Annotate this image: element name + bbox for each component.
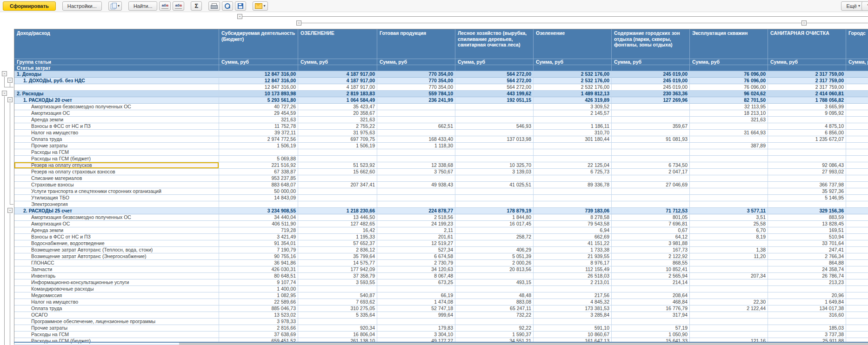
value-cell[interactable] [377, 201, 455, 208]
value-cell[interactable]: 1 195,33 [298, 234, 377, 240]
value-cell[interactable]: 37 638,69 [219, 332, 298, 338]
value-cell[interactable] [846, 279, 868, 286]
value-cell[interactable] [455, 130, 534, 136]
value-cell[interactable]: 739 183,06 [534, 208, 612, 214]
value-cell[interactable]: 173 381,53 [534, 305, 612, 312]
measure-header-cell[interactable]: Сумма, руб [377, 59, 455, 65]
value-cell[interactable]: 2 819 183,83 [298, 91, 377, 97]
value-cell[interactable]: 4 187 917,00 [298, 71, 377, 78]
row-label-cell[interactable]: Расходы на ГСМ [14, 332, 219, 338]
value-cell[interactable]: 22,30 [690, 299, 768, 305]
value-cell[interactable]: 89 336,78 [534, 182, 612, 188]
row-label-cell[interactable]: Возмещение затрат Автотранс (Энергоснабж… [14, 253, 219, 260]
value-cell[interactable]: 885 046,73 [219, 305, 298, 312]
value-cell[interactable]: 1 235 672,07 [768, 136, 846, 143]
header-empty-cell[interactable] [455, 65, 534, 71]
value-cell[interactable]: 697 709,75 [298, 136, 377, 143]
value-cell[interactable] [534, 117, 612, 123]
value-cell[interactable] [377, 117, 455, 123]
row-label-cell[interactable]: Амортизация безвозмездно полученных ОС [14, 104, 219, 110]
value-cell[interactable] [846, 149, 868, 156]
value-cell[interactable] [690, 175, 768, 182]
value-cell[interactable]: 7 693,62 [298, 299, 377, 305]
row-label-cell[interactable]: Налог на имущество [14, 299, 219, 305]
value-cell[interactable]: 1 649,84 [768, 299, 846, 305]
value-cell[interactable] [298, 286, 377, 292]
value-cell[interactable]: 953 237,85 [219, 175, 298, 182]
value-cell[interactable] [846, 227, 868, 234]
value-cell[interactable]: 3 750,67 [377, 169, 455, 175]
value-cell[interactable] [846, 169, 868, 175]
row-label-cell[interactable]: 1. ДОХОДЫ, руб. без НДС [14, 78, 219, 84]
value-cell[interactable]: 208,64 [612, 292, 690, 299]
value-cell[interactable] [377, 286, 455, 292]
value-cell[interactable] [690, 123, 768, 130]
column-header-cell[interactable]: Эксплуатация скважин [690, 29, 768, 59]
value-cell[interactable]: 2 532 176,00 [534, 78, 612, 84]
value-cell[interactable]: 468,84 [612, 299, 690, 305]
value-cell[interactable]: 27 046,69 [612, 182, 690, 188]
value-cell[interactable]: 406,29 [455, 247, 534, 253]
row-label-cell[interactable]: Взносы в ФСС от НС и ПЗ [14, 123, 219, 130]
value-cell[interactable]: 35 927,36 [768, 188, 846, 195]
row-label-cell[interactable]: Возмещение затрат Автотранс (Теплосн, во… [14, 247, 219, 253]
value-cell[interactable] [768, 117, 846, 123]
value-cell[interactable] [455, 286, 534, 292]
value-cell[interactable] [612, 149, 690, 156]
find-button[interactable]: Найти... [128, 1, 158, 11]
value-cell[interactable] [690, 136, 768, 143]
row-label-cell[interactable]: Прочие затраты [14, 325, 219, 332]
value-cell[interactable]: 359,67 [612, 123, 690, 130]
header-empty-cell[interactable] [612, 65, 690, 71]
value-cell[interactable] [846, 71, 868, 78]
row-label-cell[interactable]: ОСАГО [14, 312, 219, 318]
value-cell[interactable] [298, 149, 377, 156]
value-cell[interactable]: 64,12 [612, 234, 690, 240]
value-cell[interactable] [846, 266, 868, 273]
value-cell[interactable] [298, 318, 377, 325]
value-cell[interactable]: 719,28 [219, 227, 298, 234]
value-cell[interactable]: 224 878,77 [377, 208, 455, 214]
value-cell[interactable]: 662,69 [534, 234, 612, 240]
value-cell[interactable]: 76 096,00 [690, 78, 768, 84]
row-label-cell[interactable]: Оплата труда [14, 136, 219, 143]
value-cell[interactable]: 8 067,48 [377, 273, 455, 279]
value-cell[interactable]: 2 518,56 [377, 214, 455, 221]
value-cell[interactable] [298, 188, 377, 195]
row-label-cell[interactable]: Расходы на ГСМ [14, 149, 219, 156]
value-cell[interactable] [612, 188, 690, 195]
row-label-cell[interactable]: Прочие затраты [14, 143, 219, 149]
value-cell[interactable]: 16 017,45 [455, 221, 534, 227]
value-cell[interactable]: 57,19 [612, 325, 690, 332]
row-label-cell[interactable]: Инвентарь [14, 273, 219, 279]
value-cell[interactable]: 230 363,36 [612, 91, 690, 97]
value-cell[interactable]: 20 813,56 [455, 266, 534, 273]
row-label-cell[interactable]: Водоснабжение, водоотведение [14, 240, 219, 247]
report-variants-button[interactable]: ▾ [108, 1, 122, 11]
value-cell[interactable]: 4 187 917,00 [298, 84, 377, 91]
row-label-cell[interactable]: Резерв на оплату отпусков [14, 162, 219, 169]
value-cell[interactable]: 11 752,78 [219, 123, 298, 130]
find-next-button[interactable]: абв [159, 1, 171, 11]
value-cell[interactable]: 10 860,67 [534, 332, 612, 338]
value-cell[interactable]: 2 145,57 [534, 110, 612, 117]
value-cell[interactable]: 27 993,02 [768, 169, 846, 175]
value-cell[interactable]: 883,08 [455, 299, 534, 305]
value-cell[interactable]: 91 081,93 [612, 136, 690, 143]
value-cell[interactable]: 127 269,96 [612, 97, 690, 104]
value-cell[interactable]: 2 213,01 [534, 279, 612, 286]
value-cell[interactable]: 25,58 [690, 221, 768, 227]
value-cell[interactable] [846, 208, 868, 214]
value-cell[interactable]: 883 648,07 [219, 182, 298, 188]
print-preview-button[interactable] [222, 1, 233, 11]
value-cell[interactable]: 546,93 [455, 123, 534, 130]
value-cell[interactable]: 14 843,09 [219, 195, 298, 201]
value-cell[interactable]: 4 875,10 [768, 123, 846, 130]
value-cell[interactable] [846, 84, 868, 91]
value-cell[interactable]: 732,22 [455, 312, 534, 318]
value-cell[interactable]: 67 338,87 [219, 169, 298, 175]
value-cell[interactable]: 1 218 230,66 [298, 208, 377, 214]
value-cell[interactable]: 3 234 908,55 [219, 208, 298, 214]
value-cell[interactable]: 1 118,30 [377, 143, 455, 149]
value-cell[interactable] [377, 188, 455, 195]
